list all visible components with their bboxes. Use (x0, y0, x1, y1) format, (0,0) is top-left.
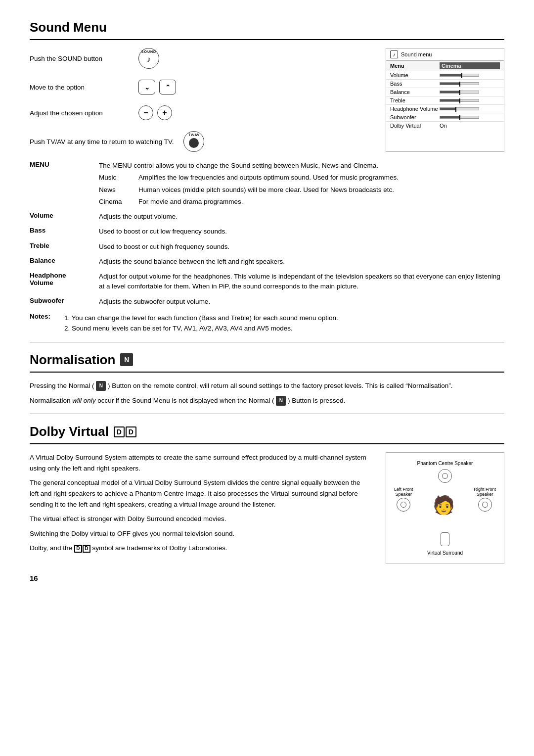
nav-up-btn[interactable]: ⌃ (159, 80, 176, 94)
sound-btn-note: ♪ (147, 55, 151, 64)
norm-icon-inline-1: N (96, 381, 106, 391)
phantom-speaker (438, 469, 452, 483)
headphone-bar-track (440, 107, 479, 110)
volume-bar-fill (440, 74, 461, 76)
desc-sub-term-cinema: Cinema (99, 197, 138, 207)
dolby-para-3: The virtual effect is stronger with Dolb… (30, 514, 371, 524)
desc-term-treble: Treble (30, 242, 99, 252)
col-cinema: Cinema (440, 62, 500, 69)
dolby-diagram: Phantom Centre Speaker Left FrontSpeaker (386, 452, 504, 564)
panel-bar-headphone (440, 107, 500, 110)
panel-label-bass: Bass (390, 81, 440, 87)
desc-row-bass: Bass Used to boost or cut low frequency … (30, 227, 504, 236)
instruction-row-tvav: Push TV/AV at any time to return to watc… (30, 131, 371, 152)
dolby-virtual-title-text: Dolby Virtual (30, 424, 109, 439)
treble-bar-marker (459, 98, 460, 103)
phantom-speaker-inner (442, 473, 448, 479)
nav-buttons-icon: ⌄ ⌃ (138, 80, 176, 94)
tvav-btn-label: TV/AV (188, 133, 200, 137)
normalisation-section: Normalisation N Pressing the Normal ( N … (30, 352, 504, 414)
dolby-para-5: Dolby, and the DD symbol are trademarks … (30, 543, 371, 554)
desc-row-headphone: HeadphoneVolume Adjust for output volume… (30, 272, 504, 292)
desc-row-treble: Treble Used to boost or cut high frequen… (30, 242, 504, 252)
dolby-inline-symbol: DD (74, 545, 90, 553)
dolby-d-right: D (126, 426, 136, 437)
instruction-text-nav: Move to the option (30, 84, 129, 91)
sound-button-icon: SOUND ♪ (138, 48, 159, 69)
top-divider (30, 39, 504, 40)
bottom-divider-sound (30, 342, 504, 342)
desc-main-menu: The MENU control allows you to change th… (99, 162, 378, 169)
balance-bar-marker (459, 90, 460, 95)
dolby-inline-d1: D (74, 545, 82, 553)
tvav-circle (189, 138, 199, 148)
dolby-para-1: A Virtual Dolby Surround System attempts… (30, 452, 371, 473)
right-speaker-label: Right FrontSpeaker (474, 487, 496, 497)
headphone-bar-marker (455, 107, 456, 112)
normalisation-icon: N (120, 353, 133, 366)
normalisation-title: Normalisation N (30, 352, 504, 368)
notes-label: Notes: (30, 313, 64, 334)
dolby-para-2: The general conceptual model of a Virtua… (30, 477, 371, 510)
dolby-virtual-title: Dolby Virtual D D (30, 424, 504, 439)
panel-row-dolby: Dolby Virtual On (386, 122, 504, 130)
desc-def-balance: Adjusts the sound balance between the le… (99, 257, 504, 267)
desc-sub-news: News Human voices (middle pitch sounds) … (99, 185, 504, 195)
sound-btn[interactable]: SOUND ♪ (138, 48, 159, 69)
lr-speaker-row: Left FrontSpeaker 🧑 Right FrontSpeaker (394, 487, 496, 523)
diagram-container: Phantom Centre Speaker Left FrontSpeaker (386, 452, 504, 564)
desc-term-headphone: HeadphoneVolume (30, 272, 99, 292)
treble-bar-track (440, 99, 479, 102)
bottom-divider-norm (30, 414, 504, 414)
desc-term-subwoofer: Subwoofer (30, 297, 99, 307)
col-menu: Menu (390, 63, 440, 69)
dolby-symbol: D D (114, 426, 136, 437)
desc-term-balance: Balance (30, 257, 99, 267)
volume-bar-track (440, 74, 479, 77)
dolby-para-4: Switching the Dolby virtual to OFF gives… (30, 528, 371, 539)
panel-row-bass: Bass (386, 80, 504, 88)
panel-row-subwoofer: Subwoofer (386, 113, 504, 122)
remote-icon (441, 532, 449, 546)
nav-down-btn[interactable]: ⌄ (138, 80, 155, 94)
adjust-plus-btn[interactable]: + (157, 105, 172, 120)
panel-label-balance: Balance (390, 89, 440, 95)
adjust-minus-btn[interactable]: − (138, 105, 153, 120)
desc-sub-term-news: News (99, 185, 138, 195)
remote-stand-row (441, 529, 449, 546)
sound-panel-header-icon: ♪ (390, 50, 398, 58)
sound-menu-panel: ♪ Sound menu Menu Cinema Volume Bass (386, 48, 504, 152)
desc-term-menu: MENU (30, 161, 99, 207)
dolby-text: A Virtual Dolby Surround System attempts… (30, 452, 371, 564)
person-icon: 🧑 (433, 495, 455, 516)
panel-bar-balance (440, 91, 500, 94)
sound-panel-columns: Menu Cinema (386, 61, 504, 71)
desc-def-subwoofer: Adjusts the subwoofer output volume. (99, 297, 504, 307)
adjust-buttons-icon: − + (138, 105, 172, 120)
desc-sub-def-cinema: For movie and drama programmes. (138, 197, 504, 207)
desc-sub-term-music: Music (99, 173, 138, 183)
normalisation-divider (30, 372, 504, 373)
desc-sub-def-news: Human voices (middle pitch sounds) will … (138, 185, 504, 195)
instruction-text-adjust: Adjust the chosen option (30, 109, 129, 117)
panel-label-volume: Volume (390, 72, 440, 78)
desc-def-treble: Used to boost or cut high frequency soun… (99, 242, 504, 252)
panel-value-dolby: On (440, 123, 500, 129)
panel-bar-volume (440, 74, 500, 77)
normalisation-italic: will only (72, 397, 95, 404)
tvav-btn[interactable]: TV/AV (183, 131, 204, 152)
subwoofer-bar-track (440, 116, 479, 119)
sound-menu-section: Sound Menu Push the SOUND button SOUND ♪… (30, 20, 504, 342)
diagram-label-top: Phantom Centre Speaker (417, 461, 473, 466)
phantom-speaker-row (438, 469, 452, 483)
dolby-content: A Virtual Dolby Surround System attempts… (30, 452, 504, 564)
subwoofer-bar-fill (440, 116, 459, 118)
treble-bar-fill (440, 99, 459, 101)
left-speaker-icon (397, 498, 410, 512)
panel-bar-bass (440, 82, 500, 85)
desc-row-menu: MENU The MENU control allows you to chan… (30, 161, 504, 207)
desc-def-bass: Used to boost or cut low frequency sound… (99, 227, 504, 236)
right-front-speaker: Right FrontSpeaker (474, 487, 496, 512)
dolby-divider (30, 443, 504, 444)
volume-bar-marker (461, 73, 462, 78)
